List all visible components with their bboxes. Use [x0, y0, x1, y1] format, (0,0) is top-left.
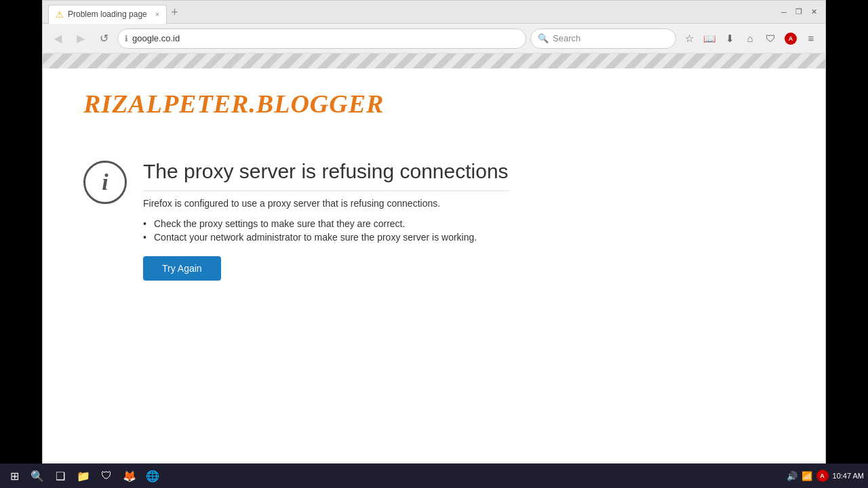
address-bar[interactable]: ℹ google.co.id: [117, 28, 526, 49]
start-button[interactable]: ⊞: [4, 466, 24, 486]
search-bar[interactable]: 🔍 Search: [530, 28, 676, 49]
error-title: The proxy server is refusing connections: [143, 159, 509, 191]
window-controls: ─ ❐ ✕: [778, 6, 820, 18]
taskbar-search-icon: 🔍: [31, 470, 44, 483]
network-icon[interactable]: 📶: [802, 471, 812, 481]
toolbar-icons: ☆ 📖 ⬇ ⌂ 🛡 A ≡: [680, 30, 820, 47]
error-description: Firefox is configured to use a proxy ser…: [143, 198, 509, 209]
file-explorer-button[interactable]: 📁: [73, 466, 94, 486]
firefox-icon: 🦊: [123, 470, 136, 483]
nav-bar: ◀ ▶ ↺ ℹ google.co.id 🔍 Search ☆ 📖 ⬇ ⌂ 🛡 …: [43, 24, 825, 54]
error-info-icon: i: [83, 161, 127, 204]
bookmark-icon[interactable]: ☆: [680, 30, 698, 47]
back-button[interactable]: ◀: [48, 29, 67, 48]
taskbar-adblock-icon[interactable]: A: [816, 470, 829, 482]
error-bullet-1: Check the proxy settings to make sure th…: [143, 218, 509, 229]
task-view-button[interactable]: ❑: [50, 466, 71, 486]
error-bullet-2: Contact your network administrator to ma…: [143, 232, 509, 243]
try-again-button[interactable]: Try Again: [143, 256, 221, 281]
firefox-taskbar-button[interactable]: 🦊: [119, 466, 140, 486]
browser-tab[interactable]: ⚠ Problem loading page ×: [48, 5, 167, 24]
menu-icon[interactable]: ≡: [802, 30, 820, 47]
tab-close-button[interactable]: ×: [155, 10, 159, 18]
clock: 10:47 AM: [833, 472, 864, 480]
tab-title: Problem loading page: [68, 9, 147, 19]
security-icon: 🛡: [101, 470, 112, 482]
download-icon[interactable]: ⬇: [721, 30, 738, 47]
shield-icon[interactable]: 🛡: [762, 30, 779, 47]
start-icon: ⊞: [10, 470, 19, 483]
hazard-stripe: [43, 54, 825, 68]
task-view-icon: ❑: [56, 470, 65, 483]
taskbar-right: 🔊 📶 A 10:47 AM: [787, 470, 864, 482]
globe-button[interactable]: 🌐: [142, 466, 163, 486]
home-icon[interactable]: ⌂: [741, 30, 759, 47]
close-button[interactable]: ✕: [808, 6, 820, 18]
title-bar: ⚠ Problem loading page × + ─ ❐ ✕: [43, 1, 825, 24]
globe-icon: 🌐: [146, 470, 159, 483]
error-list: Check the proxy settings to make sure th…: [143, 218, 509, 243]
search-icon: 🔍: [538, 33, 549, 43]
pocket-icon[interactable]: 📖: [701, 30, 718, 47]
file-explorer-icon: 📁: [77, 470, 90, 483]
blog-logo: RIZALPETER.BLOGGER: [83, 89, 785, 119]
taskbar: ⊞ 🔍 ❑ 📁 🛡 🦊 🌐 🔊 📶 A 10:47 AM: [0, 464, 868, 488]
error-details: The proxy server is refusing connections…: [143, 159, 509, 281]
taskbar-search-button[interactable]: 🔍: [27, 466, 47, 486]
address-text: google.co.id: [132, 33, 519, 43]
page-content: RIZALPETER.BLOGGER i The proxy server is…: [43, 68, 825, 462]
adblock-icon[interactable]: A: [782, 30, 800, 47]
tab-warning-icon: ⚠: [56, 9, 64, 20]
adblock-badge: A: [785, 33, 797, 45]
address-info-icon: ℹ: [125, 34, 128, 43]
reload-button[interactable]: ↺: [94, 29, 113, 48]
volume-icon[interactable]: 🔊: [787, 471, 797, 481]
security-button[interactable]: 🛡: [96, 466, 117, 486]
new-tab-button[interactable]: +: [171, 6, 178, 18]
search-placeholder: Search: [553, 33, 580, 43]
error-container: i The proxy server is refusing connectio…: [83, 159, 785, 281]
minimize-button[interactable]: ─: [778, 6, 790, 18]
forward-button[interactable]: ▶: [71, 29, 90, 48]
restore-button[interactable]: ❐: [793, 6, 805, 18]
browser-window: ⚠ Problem loading page × + ─ ❐ ✕ ◀ ▶ ↺ ℹ…: [42, 0, 826, 464]
